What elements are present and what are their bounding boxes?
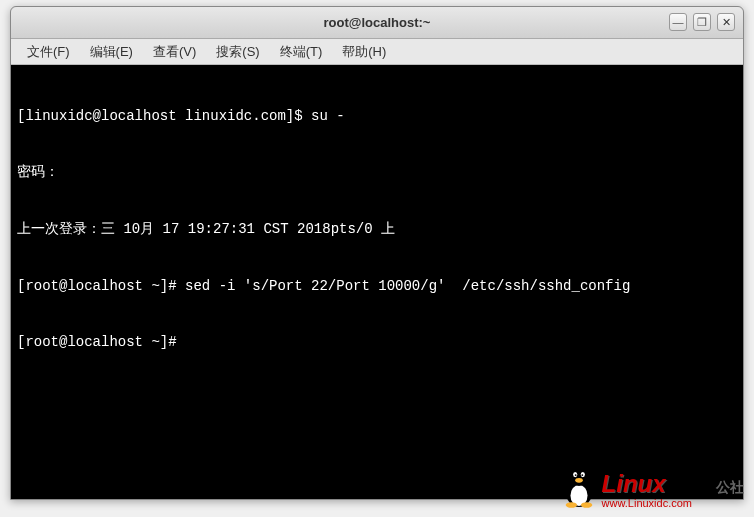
terminal-line: [root@localhost ~]#: [17, 333, 737, 352]
menu-search[interactable]: 搜索(S): [206, 40, 269, 64]
minimize-button[interactable]: —: [669, 13, 687, 31]
minimize-icon: —: [673, 16, 684, 28]
menu-view[interactable]: 查看(V): [143, 40, 206, 64]
svg-point-9: [580, 502, 591, 508]
svg-point-7: [575, 478, 583, 483]
maximize-icon: ❐: [697, 16, 707, 29]
terminal-line: [linuxidc@localhost linuxidc.com]$ su -: [17, 107, 737, 126]
close-icon: ✕: [722, 16, 731, 29]
watermark-main: Linux: [602, 470, 666, 497]
terminal-line: 密码：: [17, 163, 737, 182]
penguin-icon: [560, 463, 598, 509]
svg-point-2: [569, 467, 588, 486]
menu-edit[interactable]: 编辑(E): [80, 40, 143, 64]
svg-point-8: [565, 502, 576, 508]
maximize-button[interactable]: ❐: [693, 13, 711, 31]
menubar: 文件(F) 编辑(E) 查看(V) 搜索(S) 终端(T) 帮助(H): [11, 39, 743, 65]
terminal-line: [root@localhost ~]# sed -i 's/Port 22/Po…: [17, 277, 737, 296]
close-button[interactable]: ✕: [717, 13, 735, 31]
window-controls: — ❐ ✕: [669, 13, 735, 31]
watermark-sub: 公社: [716, 479, 744, 495]
menu-file[interactable]: 文件(F): [17, 40, 80, 64]
window-title: root@localhost:~: [324, 15, 431, 30]
menu-terminal[interactable]: 终端(T): [270, 40, 333, 64]
terminal-line: 上一次登录：三 10月 17 19:27:31 CST 2018pts/0 上: [17, 220, 737, 239]
svg-point-5: [574, 474, 576, 476]
menu-help[interactable]: 帮助(H): [332, 40, 396, 64]
terminal-output[interactable]: [linuxidc@localhost linuxidc.com]$ su - …: [11, 65, 743, 499]
terminal-window: root@localhost:~ — ❐ ✕ 文件(F) 编辑(E) 查看(V)…: [10, 6, 744, 500]
svg-point-6: [581, 474, 583, 476]
watermark: Linux 公社 www.Linuxidc.com: [560, 463, 744, 509]
titlebar[interactable]: root@localhost:~ — ❐ ✕: [11, 7, 743, 39]
watermark-text: Linux 公社 www.Linuxidc.com: [602, 472, 744, 509]
watermark-url: www.Linuxidc.com: [602, 498, 744, 509]
